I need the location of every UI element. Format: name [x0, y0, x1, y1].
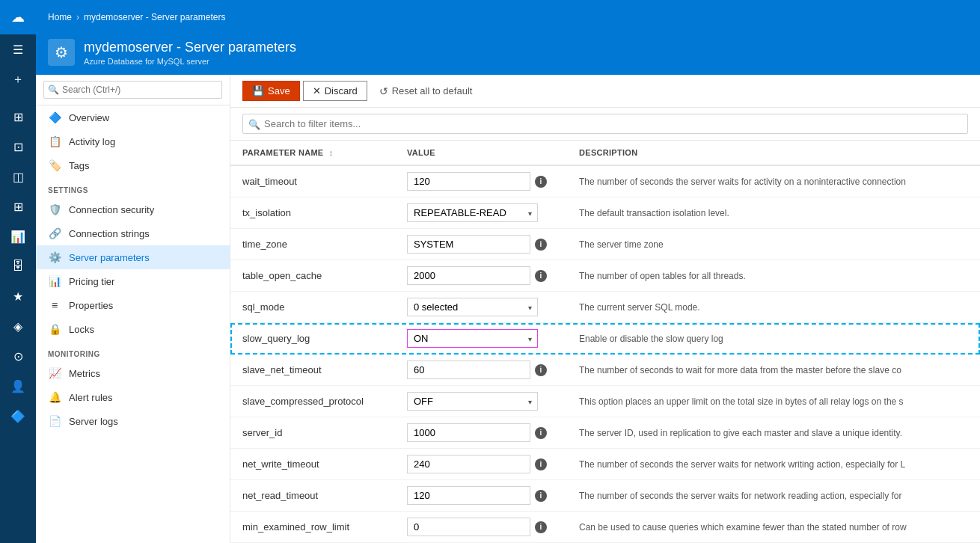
nav-icon-resources[interactable]: ◫ [0, 162, 36, 191]
table-row: net_write_timeoutiThe number of seconds … [230, 449, 980, 480]
sidebar-item-activity-log-label: Activity log [69, 136, 115, 147]
sidebar-item-activity-log[interactable]: 📋 Activity log [36, 129, 230, 153]
discard-button[interactable]: ✕ Discard [303, 81, 367, 101]
info-icon[interactable]: i [535, 176, 547, 188]
param-name-cell: net_read_timeout [230, 480, 395, 512]
info-icon[interactable]: i [535, 521, 547, 533]
param-desc: The current server SQL mode. [579, 302, 700, 313]
properties-icon: ≡ [48, 299, 61, 311]
activity-log-icon: 📋 [48, 135, 61, 147]
breadcrumb-home[interactable]: Home [48, 12, 72, 22]
info-icon[interactable]: i [535, 364, 547, 376]
info-icon[interactable]: i [535, 458, 547, 470]
param-desc-cell: The number of seconds the server waits f… [567, 480, 980, 512]
content-area: 🔍 🔷 Overview 📋 Activity log 🏷️ Tags SETT… [36, 75, 980, 543]
table-row: slave_net_timeoutiThe number of seconds … [230, 355, 980, 386]
nav-icon-db[interactable]: 🔷 [0, 401, 36, 431]
nav-icon-sql[interactable]: 🗄 [0, 251, 36, 281]
nav-icon-dashboard[interactable]: ⊡ [0, 132, 36, 162]
table-area: 🔍 PARAMETER NAME ↕ VALUE DESCRIPTION [230, 108, 980, 543]
param-input-field[interactable] [407, 423, 530, 442]
sidebar-item-server-parameters-label: Server parameters [69, 252, 150, 263]
param-name-cell: slave_net_timeout [230, 355, 395, 386]
nav-icon-recent[interactable]: ⊞ [0, 191, 36, 221]
nav-icon-plus[interactable]: ＋ [0, 64, 36, 94]
save-button[interactable]: 💾 Save [242, 81, 300, 101]
param-value-cell: i [395, 480, 567, 512]
param-input-field[interactable] [407, 455, 530, 473]
param-select-wrap: ONOFF▾ [407, 329, 538, 348]
table-row: table_open_cacheiThe number of open tabl… [230, 260, 980, 292]
param-select[interactable]: 0 selected [407, 298, 538, 316]
sidebar-item-server-logs[interactable]: 📄 Server logs [36, 409, 230, 433]
param-input-field[interactable] [407, 266, 530, 285]
nav-icon-circle[interactable]: ⊙ [0, 341, 36, 371]
param-input-field[interactable] [407, 518, 530, 536]
server-logs-icon: 📄 [48, 415, 61, 427]
param-input-field[interactable] [407, 361, 530, 379]
nav-icon-star[interactable]: ★ [0, 281, 36, 311]
nav-icon-home[interactable]: ⊞ [0, 102, 36, 132]
param-value-cell: ONOFF▾ [395, 323, 567, 355]
filter-search-icon: 🔍 [248, 118, 260, 129]
param-desc: The number of seconds to wait for more d… [579, 365, 901, 375]
param-desc: This option places an upper limit on the… [579, 396, 904, 407]
sidebar-item-pricing-tier[interactable]: 📊 Pricing tier [36, 269, 230, 293]
sidebar-item-tags-label: Tags [69, 160, 89, 171]
connection-strings-icon: 🔗 [48, 227, 61, 239]
sidebar-item-alert-rules-label: Alert rules [69, 392, 113, 403]
param-desc: The number of seconds the server waits f… [579, 491, 902, 501]
param-select-wrap: 0 selected▾ [407, 298, 538, 316]
filter-bar: 🔍 [230, 108, 980, 141]
param-name: slave_net_timeout [242, 364, 322, 375]
param-select[interactable]: READ-UNCOMMITTEDREAD-COMMITTEDREPEATABLE… [407, 203, 538, 222]
nav-icon-menu[interactable]: ☰ [0, 34, 36, 64]
param-select[interactable]: ONOFF [407, 392, 538, 411]
sort-arrow-icon[interactable]: ↕ [329, 148, 334, 157]
main-area: Home › mydemoserver - Server parameters … [36, 0, 980, 543]
info-icon[interactable]: i [535, 270, 547, 282]
param-select[interactable]: ONOFF [407, 329, 538, 348]
sidebar-search-input[interactable] [43, 81, 222, 99]
param-desc-cell: The current server SQL mode. [567, 292, 980, 323]
param-input-field[interactable] [407, 486, 530, 505]
param-value-cell: 0 selected▾ [395, 292, 567, 323]
sidebar-item-metrics[interactable]: 📈 Metrics [36, 361, 230, 385]
sidebar-item-connection-security[interactable]: 🛡️ Connection security [36, 197, 230, 221]
sidebar-item-alert-rules[interactable]: 🔔 Alert rules [36, 385, 230, 409]
metrics-icon: 📈 [48, 367, 61, 379]
info-icon[interactable]: i [535, 239, 547, 251]
tags-icon: 🏷️ [48, 159, 61, 171]
sidebar-item-connection-strings[interactable]: 🔗 Connection strings [36, 221, 230, 245]
info-icon[interactable]: i [535, 427, 547, 439]
param-desc-cell: This option places an upper limit on the… [567, 386, 980, 417]
param-input-field[interactable] [407, 172, 530, 191]
sidebar-item-tags[interactable]: 🏷️ Tags [36, 153, 230, 177]
reset-button[interactable]: ↺ Reset all to default [370, 82, 482, 101]
filter-input[interactable] [242, 114, 968, 134]
nav-icon-monitor[interactable]: 📊 [0, 221, 36, 251]
sidebar-item-locks-label: Locks [69, 324, 94, 335]
page-header-icon: ⚙ [48, 39, 75, 66]
param-desc-cell: The number of seconds to wait for more d… [567, 355, 980, 386]
param-desc-cell: The server time zone [567, 229, 980, 260]
nav-icon-person[interactable]: 👤 [0, 371, 36, 401]
discard-icon: ✕ [313, 85, 321, 96]
sidebar-item-properties[interactable]: ≡ Properties [36, 293, 230, 317]
main-panel: 💾 Save ✕ Discard ↺ Reset all to default … [230, 75, 980, 543]
param-name-cell: tx_isolation [230, 197, 395, 229]
param-name: net_write_timeout [242, 458, 319, 470]
param-desc: The number of seconds the server waits f… [579, 177, 906, 187]
sidebar-item-overview[interactable]: 🔷 Overview [36, 105, 230, 129]
param-table-header: PARAMETER NAME ↕ VALUE DESCRIPTION [230, 141, 980, 165]
param-input-field[interactable] [407, 235, 530, 254]
table-row: sql_mode 0 selected▾The current server S… [230, 292, 980, 323]
sidebar-item-server-parameters[interactable]: ⚙️ Server parameters [36, 245, 230, 269]
breadcrumb-page: mydemoserver - Server parameters [84, 12, 225, 22]
info-icon[interactable]: i [535, 490, 547, 502]
sidebar-item-locks[interactable]: 🔒 Locks [36, 317, 230, 341]
azure-logo-icon: ☁ [11, 9, 25, 25]
param-desc-cell: The default transaction isolation level. [567, 197, 980, 229]
nav-icon-puzzle[interactable]: ◈ [0, 311, 36, 341]
save-label: Save [268, 85, 290, 96]
